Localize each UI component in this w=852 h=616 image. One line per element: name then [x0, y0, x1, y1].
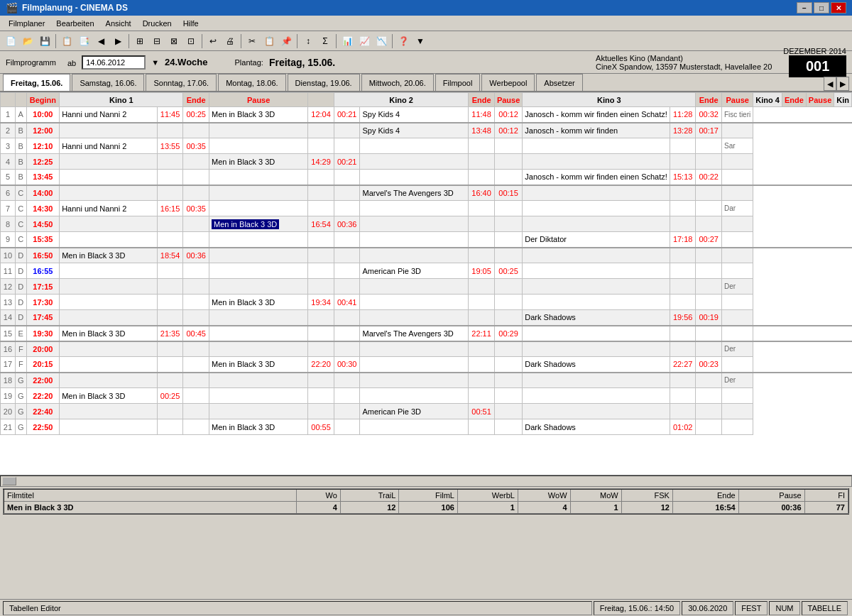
row-film3[interactable]: [360, 310, 469, 326]
row-film2[interactable]: [209, 185, 307, 201]
row-film2[interactable]: [209, 388, 307, 404]
row-film4[interactable]: [523, 185, 670, 201]
table-row[interactable]: 20 G 22:40 American Pie 3D 00:51: [1, 404, 852, 419]
row-film2[interactable]: [209, 263, 307, 279]
tab-werbepool[interactable]: Werbepool: [481, 74, 535, 91]
table-row[interactable]: 12 D 17:15 Der: [1, 279, 852, 295]
table-row[interactable]: 17 F 20:15 Men in Black 3 3D 22:20 00:30…: [1, 357, 852, 373]
row-film2[interactable]: [209, 232, 307, 248]
row-film1[interactable]: [60, 263, 158, 279]
row-film2[interactable]: [209, 138, 307, 154]
row-film1[interactable]: [60, 232, 158, 248]
menu-hilfe[interactable]: Hilfe: [178, 18, 204, 29]
horizontal-scrollbar[interactable]: [0, 475, 852, 487]
row-film4[interactable]: Janosch - komm wir finden einen Schatz!: [523, 170, 670, 185]
tb-prev-button[interactable]: ◀: [93, 33, 109, 49]
tb-btn13[interactable]: 🖨: [222, 33, 238, 49]
table-row[interactable]: 7 C 14:30 Hanni und Nanni 2 16:15 00:35 …: [1, 201, 852, 216]
row-film3[interactable]: Spy Kids 4: [360, 107, 469, 123]
table-row[interactable]: 4 B 12:25 Men in Black 3 3D 14:29 00:21: [1, 154, 852, 170]
tab-absetzer[interactable]: Absetzer: [536, 74, 582, 91]
row-film4[interactable]: [523, 404, 670, 419]
row-film3[interactable]: [360, 279, 469, 295]
row-film4[interactable]: [523, 388, 670, 404]
row-film3[interactable]: [360, 295, 469, 310]
row-film3[interactable]: American Pie 3D: [360, 404, 469, 419]
table-row[interactable]: 5 B 13:45 Janosch - komm wir finden eine…: [1, 170, 852, 185]
tb-btn22[interactable]: 📉: [373, 33, 389, 49]
row-film3[interactable]: [360, 138, 469, 154]
row-film2[interactable]: [209, 373, 307, 388]
schedule-container[interactable]: Beginn Kino 1 Ende Pause Kino 2 Ende Pau…: [0, 92, 852, 475]
row-film1[interactable]: Hanni und Nanni 2: [60, 138, 158, 154]
row-film1[interactable]: [60, 185, 158, 201]
row-film1[interactable]: [60, 373, 158, 388]
tab-dienstag[interactable]: Dienstag, 19.06.: [288, 74, 360, 91]
row-film2[interactable]: [209, 248, 307, 263]
row-film1[interactable]: [60, 357, 158, 373]
row-film2[interactable]: [209, 341, 307, 357]
row-film4[interactable]: [523, 138, 670, 154]
tb-btn8[interactable]: ⊞: [132, 33, 148, 49]
table-row[interactable]: 16 F 20:00 Der: [1, 341, 852, 357]
row-film3[interactable]: [360, 154, 469, 170]
table-row[interactable]: 21 G 22:50 Men in Black 3 3D 00:55 Dark …: [1, 419, 852, 435]
row-film4[interactable]: Dark Shadows: [523, 419, 670, 435]
row-film3[interactable]: [360, 170, 469, 185]
tb-undo-button[interactable]: ↩: [205, 33, 221, 49]
row-film1[interactable]: [60, 279, 158, 295]
table-row[interactable]: 18 G 22:00 Der: [1, 373, 852, 388]
table-row[interactable]: 3 B 12:10 Hanni und Nanni 2 13:55 00:35 …: [1, 138, 852, 154]
tab-prev-button[interactable]: ◀: [824, 77, 836, 91]
tb-sort-button[interactable]: ↕: [300, 33, 316, 49]
table-row[interactable]: 11 D 16:55 American Pie 3D 19:05 00:25: [1, 263, 852, 279]
table-row[interactable]: 19 G 22:20 Men in Black 3 3D 00:25: [1, 388, 852, 404]
row-film1[interactable]: [60, 123, 158, 138]
row-film2[interactable]: [209, 326, 307, 341]
tb-btn4[interactable]: 📋: [59, 33, 75, 49]
row-film2[interactable]: [209, 123, 307, 138]
row-film1[interactable]: [60, 154, 158, 170]
row-film1[interactable]: [60, 404, 158, 419]
row-film2[interactable]: Men in Black 3 3D: [209, 419, 307, 435]
tb-dropdown-button[interactable]: ▼: [413, 33, 428, 49]
tab-sonntag[interactable]: Sonntag, 17.06.: [146, 74, 217, 91]
row-film4[interactable]: Dark Shadows: [523, 357, 670, 373]
row-film3[interactable]: American Pie 3D: [360, 263, 469, 279]
row-film3[interactable]: [360, 201, 469, 216]
row-film1[interactable]: Men in Black 3 3D: [60, 388, 158, 404]
tab-samstag[interactable]: Samstag, 16.06.: [72, 74, 144, 91]
row-film4[interactable]: [523, 373, 670, 388]
tb-new-button[interactable]: 📄: [3, 33, 18, 49]
tab-freitag[interactable]: Freitag, 15.06.: [3, 74, 70, 91]
table-row[interactable]: 6 C 14:00 Marvel's The Avengers 3D 16:40…: [1, 185, 852, 201]
menu-drucken[interactable]: Drucken: [137, 18, 178, 29]
row-film3[interactable]: [360, 232, 469, 248]
table-row[interactable]: 15 E 19:30 Men in Black 3 3D 21:35 00:45…: [1, 326, 852, 341]
tb-help-button[interactable]: ❓: [395, 33, 411, 49]
row-film4[interactable]: Janosch - komm wir finden einen Schatz!: [523, 107, 670, 123]
row-film3[interactable]: Marvel's The Avengers 3D: [360, 326, 469, 341]
maximize-button[interactable]: □: [814, 2, 829, 13]
row-film4[interactable]: [523, 295, 670, 310]
row-film2[interactable]: Men in Black 3 3D: [209, 107, 307, 123]
tb-btn20[interactable]: 📊: [339, 33, 355, 49]
row-film2[interactable]: Men in Black 3 3D: [209, 295, 307, 310]
row-film3[interactable]: [360, 216, 469, 232]
row-film1[interactable]: Men in Black 3 3D: [60, 248, 158, 263]
row-film1[interactable]: [60, 170, 158, 185]
tab-next-button[interactable]: ▶: [836, 77, 849, 91]
row-film3[interactable]: Spy Kids 4: [360, 123, 469, 138]
row-film1[interactable]: [60, 341, 158, 357]
row-film4[interactable]: [523, 263, 670, 279]
row-film3[interactable]: [360, 248, 469, 263]
table-row[interactable]: 9 C 15:35 Der Diktator 17:18 00:27: [1, 232, 852, 248]
row-film4[interactable]: [523, 154, 670, 170]
minimize-button[interactable]: −: [797, 2, 812, 13]
tb-btn9[interactable]: ⊟: [149, 33, 165, 49]
row-film2[interactable]: [209, 201, 307, 216]
tb-btn5[interactable]: 📑: [76, 33, 92, 49]
table-row[interactable]: 13 D 17:30 Men in Black 3 3D 19:34 00:41: [1, 295, 852, 310]
row-film1[interactable]: [60, 419, 158, 435]
date-input[interactable]: [82, 55, 146, 70]
